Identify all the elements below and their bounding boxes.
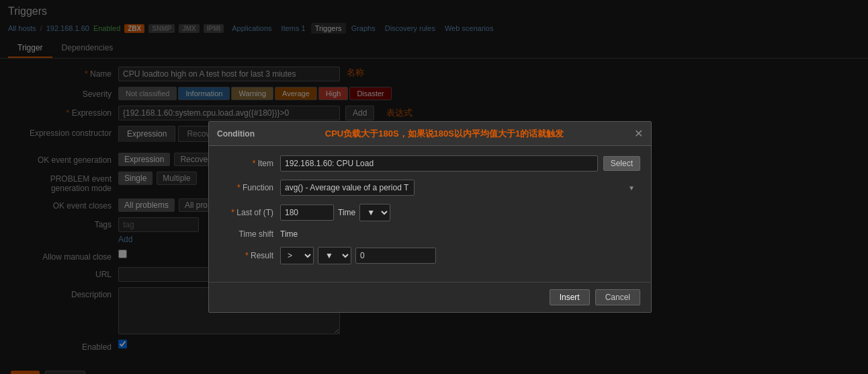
modal-footer: Insert Cancel xyxy=(209,282,651,312)
last-of-type-select[interactable]: ▼ xyxy=(359,204,390,221)
modal-result-row: Result > ▼ xyxy=(220,247,640,264)
result-value-input[interactable] xyxy=(355,248,436,264)
modal-close-button[interactable]: ✕ xyxy=(634,127,643,140)
modal-condition-label: Condition xyxy=(217,129,255,139)
function-select-wrapper: avg() - Average value of a period T xyxy=(280,180,640,196)
modal-function-row: Function avg() - Average value of a peri… xyxy=(220,180,640,196)
modal-last-of-row: Last of (T) Time ▼ xyxy=(220,204,640,221)
result-group: > ▼ xyxy=(280,247,640,264)
modal-item-label: Item xyxy=(220,159,280,168)
modal-function-label: Function xyxy=(220,183,280,192)
result-operator-select2[interactable]: ▼ xyxy=(318,247,351,264)
last-of-input[interactable] xyxy=(280,204,334,221)
condition-modal: Condition CPU负载大于180S，如果说180S以内平均值大于1的话就… xyxy=(208,121,652,313)
modal-timeshift-label: Time shift xyxy=(220,229,280,239)
modal-last-of-label: Last of (T) xyxy=(220,208,280,217)
modal-condition-text: CPU负载大于180S，如果说180S以内平均值大于1的话就触发 xyxy=(325,128,564,140)
modal-item-row: Item 192.168.1.60: CPU Load Select xyxy=(220,155,640,172)
timeshift-type-label: Time xyxy=(280,229,298,239)
modal-cancel-button[interactable]: Cancel xyxy=(595,289,640,305)
modal-header: Condition CPU负载大于180S，如果说180S以内平均值大于1的话就… xyxy=(209,122,651,146)
last-of-type-label: Time xyxy=(338,208,355,217)
modal-result-label: Result xyxy=(220,251,280,260)
modal-timeshift-row: Time shift Time xyxy=(220,229,640,239)
result-operator-select[interactable]: > xyxy=(280,247,314,264)
item-content: 192.168.1.60: CPU Load Select xyxy=(280,155,640,172)
item-display: 192.168.1.60: CPU Load xyxy=(280,155,598,172)
insert-button[interactable]: Insert xyxy=(550,289,590,305)
select-item-button[interactable]: Select xyxy=(603,156,640,171)
last-of-group: Time ▼ xyxy=(280,204,640,221)
function-select[interactable]: avg() - Average value of a period T xyxy=(280,180,415,196)
modal-body: Item 192.168.1.60: CPU Load Select Funct… xyxy=(209,146,651,282)
